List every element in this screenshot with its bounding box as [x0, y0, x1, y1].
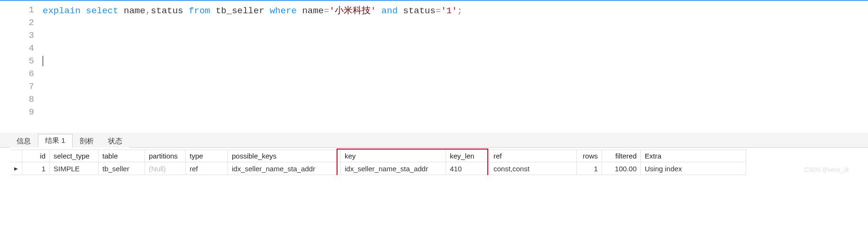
- cell-partitions[interactable]: (Null): [145, 162, 186, 175]
- line-number: 6: [0, 68, 43, 80]
- explain-result-table[interactable]: id select_type table partitions type pos…: [10, 150, 746, 175]
- col-key-len[interactable]: key_len: [446, 150, 490, 162]
- col-partitions[interactable]: partitions: [145, 150, 186, 162]
- ident-name: name: [124, 6, 146, 16]
- code-line-8[interactable]: 8: [0, 93, 868, 106]
- kw-explain: explain: [43, 6, 81, 16]
- col-ref[interactable]: ref: [490, 150, 577, 162]
- string-literal: 1: [446, 6, 451, 16]
- col-rows[interactable]: rows: [577, 150, 602, 162]
- string-literal: 小米科技: [335, 5, 371, 15]
- cell-rows[interactable]: 1: [577, 162, 602, 175]
- cell-extra[interactable]: Using index: [641, 162, 746, 175]
- cell-key-len[interactable]: 410: [446, 162, 490, 175]
- results-grid[interactable]: id select_type table partitions type pos…: [0, 148, 868, 175]
- sql-editor[interactable]: 1 explain select name,status from tb_sel…: [0, 0, 868, 132]
- col-possible-keys[interactable]: possible_keys: [228, 150, 341, 162]
- code-line-7[interactable]: 7: [0, 80, 868, 93]
- line-number: 8: [0, 93, 43, 106]
- cell-type[interactable]: ref: [186, 162, 228, 175]
- cell-ref[interactable]: const,const: [490, 162, 577, 175]
- line-number: 2: [0, 17, 43, 29]
- result-tabs: 信息 结果 1 剖析 状态: [0, 132, 868, 148]
- code-line-3[interactable]: 3: [0, 29, 868, 42]
- line-number: 1: [0, 4, 43, 17]
- ident-status: status: [151, 6, 183, 16]
- kw-from: from: [189, 6, 210, 16]
- code-line-5[interactable]: 5: [0, 55, 868, 68]
- cell-filtered[interactable]: 100.00: [602, 162, 641, 175]
- tab-profile[interactable]: 剖析: [73, 134, 101, 148]
- cell-possible-keys[interactable]: idx_seller_name_sta_addr: [228, 162, 341, 175]
- col-table[interactable]: table: [99, 150, 145, 162]
- kw-select: select: [86, 6, 118, 16]
- col-select-type[interactable]: select_type: [50, 150, 99, 162]
- tab-info[interactable]: 信息: [9, 134, 38, 148]
- table-row[interactable]: ▸ 1 SIMPLE tb_seller (Null) ref idx_sell…: [10, 162, 746, 175]
- tab-result-1[interactable]: 结果 1: [38, 134, 73, 148]
- table-header-row: id select_type table partitions type pos…: [10, 150, 746, 162]
- row-marker-icon: ▸: [10, 162, 22, 175]
- code-line-2[interactable]: 2: [0, 17, 868, 29]
- code-line-9[interactable]: 9: [0, 106, 868, 119]
- cell-id[interactable]: 1: [22, 162, 50, 175]
- sql-text[interactable]: explain select name,status from tb_selle…: [43, 4, 463, 17]
- col-id[interactable]: id: [22, 150, 50, 162]
- col-key[interactable]: key: [341, 150, 446, 162]
- line-number: 7: [0, 80, 43, 93]
- text-cursor-icon: [43, 56, 43, 66]
- line-number: 9: [0, 106, 43, 119]
- code-line-1[interactable]: 1 explain select name,status from tb_sel…: [0, 4, 868, 17]
- line-number: 3: [0, 29, 43, 42]
- code-line-6[interactable]: 6: [0, 68, 868, 80]
- code-line-4[interactable]: 4: [0, 42, 868, 55]
- cell-select-type[interactable]: SIMPLE: [50, 162, 99, 175]
- kw-where: where: [270, 6, 297, 16]
- col-extra[interactable]: Extra: [641, 150, 746, 162]
- col-filtered[interactable]: filtered: [602, 150, 641, 162]
- ident-table: tb_seller: [216, 6, 265, 16]
- kw-and: and: [382, 6, 398, 16]
- tab-status[interactable]: 状态: [101, 134, 129, 148]
- line-number: 5: [0, 55, 43, 68]
- line-number: 4: [0, 42, 43, 55]
- cell-key[interactable]: idx_seller_name_sta_addr: [341, 162, 446, 175]
- watermark-text: CSDN @veno_冰: [804, 166, 849, 174]
- cell-table[interactable]: tb_seller: [99, 162, 145, 175]
- row-marker-header: [10, 150, 22, 162]
- col-type[interactable]: type: [186, 150, 228, 162]
